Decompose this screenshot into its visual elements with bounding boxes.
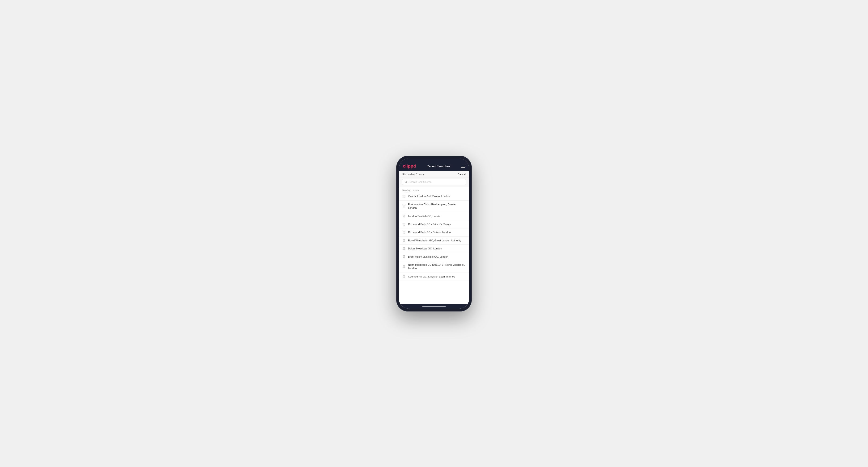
pin-icon — [402, 195, 406, 198]
find-bar: Find a Golf Course Cancel — [399, 171, 469, 178]
hamburger-icon[interactable] — [461, 165, 465, 167]
svg-point-9 — [404, 256, 404, 257]
svg-point-7 — [404, 240, 404, 241]
pin-icon — [402, 275, 406, 278]
svg-point-11 — [404, 276, 404, 277]
svg-point-10 — [404, 266, 404, 267]
svg-point-3 — [404, 206, 404, 206]
pin-icon — [402, 215, 406, 218]
list-item[interactable]: Coombe Hill GC, Kingston upon Thames — [399, 273, 469, 281]
search-input[interactable] — [409, 181, 464, 183]
list-item[interactable]: Brent Valley Municipal GC, London — [399, 253, 469, 261]
svg-line-1 — [406, 182, 407, 183]
course-name: London Scottish GC, London — [408, 215, 441, 218]
svg-point-4 — [404, 215, 404, 216]
app-header: clippd Recent Searches — [399, 162, 469, 171]
pin-icon — [402, 239, 406, 242]
home-bar — [422, 306, 446, 307]
course-name: North Middlesex GC (1011942 - North Midd… — [408, 263, 466, 271]
search-input-wrapper — [402, 179, 466, 185]
pin-icon — [402, 223, 406, 226]
pin-icon — [402, 231, 406, 234]
search-icon — [404, 181, 407, 183]
cancel-button[interactable]: Cancel — [458, 173, 466, 176]
course-name: Central London Golf Centre, London — [408, 195, 450, 198]
list-item[interactable]: Central London Golf Centre, London — [399, 192, 469, 200]
pin-icon — [402, 247, 406, 250]
courses-list: Nearby courses Central London Golf Centr… — [399, 187, 469, 304]
list-item[interactable]: Richmond Park GC - Duke's, London — [399, 228, 469, 237]
home-indicator — [399, 304, 469, 309]
pin-icon — [402, 265, 406, 268]
phone-screen: clippd Recent Searches Find a Golf Cours… — [399, 159, 469, 309]
course-name: Dukes Meadows GC, London — [408, 247, 442, 250]
list-item[interactable]: Roehampton Club - Roehampton, Greater Lo… — [399, 200, 469, 212]
nearby-section-label: Nearby courses — [399, 187, 469, 192]
course-name: Brent Valley Municipal GC, London — [408, 255, 448, 259]
list-item[interactable]: Richmond Park GC - Prince's, Surrey — [399, 220, 469, 228]
course-name: Royal Wimbledon GC, Great London Authori… — [408, 239, 461, 242]
find-label: Find a Golf Course — [402, 173, 424, 176]
svg-point-6 — [404, 232, 404, 232]
course-name: Coombe Hill GC, Kingston upon Thames — [408, 275, 455, 278]
course-name: Richmond Park GC - Prince's, Surrey — [408, 222, 451, 226]
list-item[interactable]: North Middlesex GC (1011942 - North Midd… — [399, 261, 469, 273]
svg-point-5 — [404, 224, 404, 224]
course-name: Richmond Park GC - Duke's, London — [408, 230, 451, 234]
svg-point-2 — [404, 196, 404, 196]
pin-icon — [402, 255, 406, 258]
list-item[interactable]: Dukes Meadows GC, London — [399, 245, 469, 253]
list-item[interactable]: London Scottish GC, London — [399, 212, 469, 220]
status-bar — [399, 159, 469, 162]
app-logo: clippd — [403, 164, 416, 169]
course-name: Roehampton Club - Roehampton, Greater Lo… — [408, 203, 466, 210]
pin-icon — [402, 205, 406, 208]
search-container — [399, 178, 469, 187]
list-item[interactable]: Royal Wimbledon GC, Great London Authori… — [399, 237, 469, 245]
phone-frame: clippd Recent Searches Find a Golf Cours… — [396, 156, 472, 311]
header-title: Recent Searches — [427, 164, 450, 168]
svg-point-8 — [404, 248, 404, 249]
